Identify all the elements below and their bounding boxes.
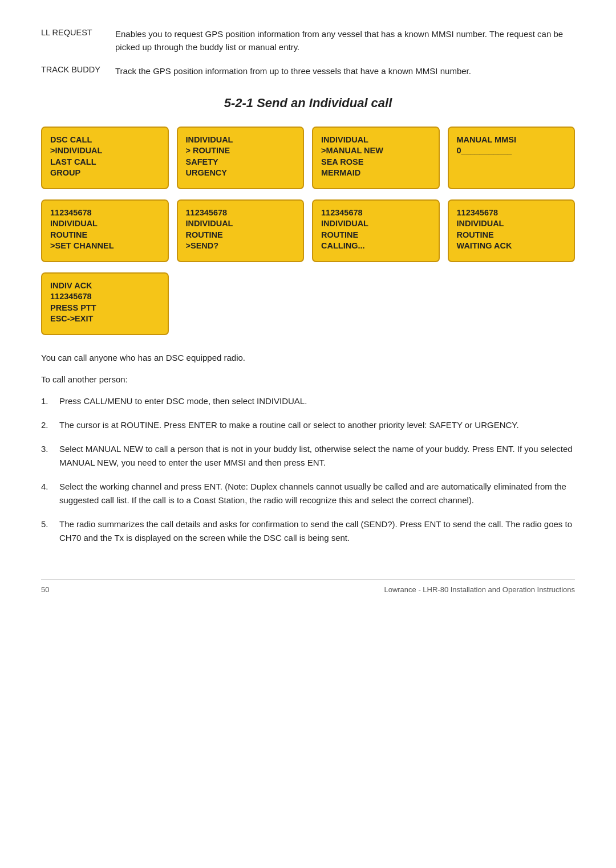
def-body-track-buddy: Track the GPS position information from … <box>115 64 575 78</box>
lcd-box-manual-mmsi: MANUAL MMSI 0___________ <box>448 127 576 189</box>
lcd-line: ESC->EXIT <box>50 313 160 325</box>
lcd-line: INDIVIDUAL <box>457 218 566 230</box>
lcd-line: 112345678 <box>50 291 160 303</box>
screen-row-3: INDIV ACK 112345678 PRESS PTT ESC->EXIT <box>41 272 575 335</box>
list-item-2: 2. The cursor is at ROUTINE. Press ENTER… <box>41 418 575 432</box>
lcd-line: ROUTINE <box>457 230 566 241</box>
lcd-line: INDIVIDUAL <box>186 218 295 230</box>
def-body-ll-request: Enables you to request GPS position info… <box>115 27 575 54</box>
lcd-line: ROUTINE <box>321 230 431 241</box>
lcd-line: WAITING ACK <box>457 241 566 252</box>
lcd-box-waiting-ack: 112345678 INDIVIDUAL ROUTINE WAITING ACK <box>448 199 576 262</box>
lcd-line: 0___________ <box>457 145 566 157</box>
list-body-3: Select MANUAL NEW to call a person that … <box>59 442 575 470</box>
footer: 50 Lowrance - LHR-80 Installation and Op… <box>41 579 575 594</box>
lcd-line: >SET CHANNEL <box>50 241 160 252</box>
lcd-line: INDIVIDUAL <box>321 218 431 230</box>
body-text-2: To call another person: <box>41 373 575 386</box>
lcd-line: 112345678 <box>186 207 295 219</box>
lcd-line: 112345678 <box>321 207 431 219</box>
instructions-list: 1. Press CALL/MENU to enter DSC mode, th… <box>41 394 575 545</box>
lcd-line: INDIVIDUAL <box>186 135 295 146</box>
list-item-5: 5. The radio summarizes the call details… <box>41 517 575 545</box>
lcd-box-individual-routine: INDIVIDUAL > ROUTINE SAFETY URGENCY <box>177 127 305 189</box>
lcd-line: MERMAID <box>321 168 431 179</box>
list-num-4: 4. <box>41 480 54 507</box>
list-num-5: 5. <box>41 517 54 545</box>
definition-track-buddy: TRACK BUDDY Track the GPS position infor… <box>41 64 575 78</box>
lcd-box-indiv-ack: INDIV ACK 112345678 PRESS PTT ESC->EXIT <box>41 272 169 335</box>
lcd-line: MANUAL MMSI <box>457 135 566 146</box>
body-text-1: You can call anyone who has an DSC equip… <box>41 351 575 365</box>
lcd-line: INDIVIDUAL <box>50 218 160 230</box>
list-item-1: 1. Press CALL/MENU to enter DSC mode, th… <box>41 394 575 408</box>
footer-title: Lowrance - LHR-80 Installation and Opera… <box>384 585 575 594</box>
lcd-line: INDIVIDUAL <box>321 135 431 146</box>
screen-row-2: 112345678 INDIVIDUAL ROUTINE >SET CHANNE… <box>41 199 575 262</box>
list-num-3: 3. <box>41 442 54 470</box>
lcd-line: >INDIVIDUAL <box>50 145 160 157</box>
mmsi-value: 0___________ <box>457 146 512 155</box>
lcd-line: LAST CALL <box>50 157 160 168</box>
lcd-box-set-channel: 112345678 INDIVIDUAL ROUTINE >SET CHANNE… <box>41 199 169 262</box>
lcd-line: GROUP <box>50 168 160 179</box>
lcd-line: SEA ROSE <box>321 157 431 168</box>
screen-row-1: DSC CALL >INDIVIDUAL LAST CALL GROUP IND… <box>41 127 575 189</box>
list-item-4: 4. Select the working channel and press … <box>41 480 575 507</box>
list-body-1: Press CALL/MENU to enter DSC mode, then … <box>59 394 575 408</box>
lcd-line: 112345678 <box>457 207 566 219</box>
list-body-4: Select the working channel and press ENT… <box>59 480 575 507</box>
lcd-line: 112345678 <box>50 207 160 219</box>
list-body-2: The cursor is at ROUTINE. Press ENTER to… <box>59 418 575 432</box>
lcd-line: INDIV ACK <box>50 280 160 292</box>
lcd-line: ROUTINE <box>186 230 295 241</box>
list-num-2: 2. <box>41 418 54 432</box>
lcd-box-dsc-call: DSC CALL >INDIVIDUAL LAST CALL GROUP <box>41 127 169 189</box>
list-num-1: 1. <box>41 394 54 408</box>
lcd-line: PRESS PTT <box>50 303 160 314</box>
section-title: 5-2-1 Send an Individual call <box>41 96 575 111</box>
def-term-track-buddy: TRACK BUDDY <box>41 64 115 78</box>
lcd-box-calling: 112345678 INDIVIDUAL ROUTINE CALLING... <box>312 199 440 262</box>
footer-page-number: 50 <box>41 585 49 594</box>
lcd-line: ROUTINE <box>50 230 160 241</box>
lcd-box-send: 112345678 INDIVIDUAL ROUTINE >SEND? <box>177 199 305 262</box>
lcd-line: CALLING... <box>321 241 431 252</box>
lcd-line: DSC CALL <box>50 135 160 146</box>
list-item-3: 3. Select MANUAL NEW to call a person th… <box>41 442 575 470</box>
def-term-ll-request: LL REQUEST <box>41 27 115 54</box>
lcd-line: SAFETY <box>186 157 295 168</box>
lcd-line: >SEND? <box>186 241 295 252</box>
lcd-line: URGENCY <box>186 168 295 179</box>
lcd-line: >MANUAL NEW <box>321 145 431 157</box>
definition-ll-request: LL REQUEST Enables you to request GPS po… <box>41 27 575 54</box>
lcd-line: > ROUTINE <box>186 145 295 157</box>
list-body-5: The radio summarizes the call details an… <box>59 517 575 545</box>
lcd-box-manual-new: INDIVIDUAL >MANUAL NEW SEA ROSE MERMAID <box>312 127 440 189</box>
